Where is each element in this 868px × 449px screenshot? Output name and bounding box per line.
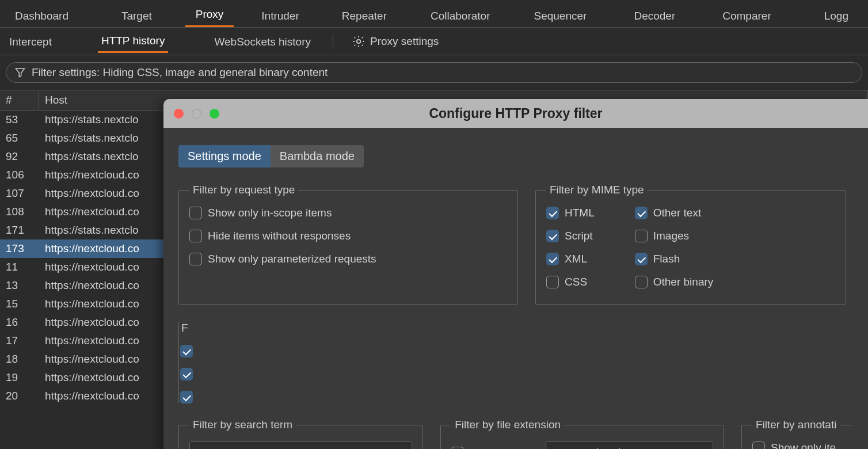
cell-number: 65 xyxy=(0,128,39,148)
chk-clipped-2[interactable] xyxy=(181,368,193,380)
proxy-settings-label: Proxy settings xyxy=(370,35,439,48)
cell-number: 106 xyxy=(0,165,39,185)
tab-repeater[interactable]: Repeater xyxy=(332,4,397,27)
filter-dialog: Configure HTTP Proxy filter Settings mod… xyxy=(163,99,868,449)
checkbox-icon xyxy=(546,207,559,219)
checkbox-icon xyxy=(635,230,648,242)
chk-ext-show-only[interactable]: Show only: xyxy=(451,447,539,450)
checkbox-icon xyxy=(189,230,202,242)
settings-mode-button[interactable]: Settings mode xyxy=(178,145,271,168)
chk-hide-no-response[interactable]: Hide items without responses xyxy=(189,230,507,242)
tab-comparer[interactable]: Comparer xyxy=(712,4,781,27)
group-file-extension: Filter by file extension Show only: Hide… xyxy=(440,418,724,449)
checkbox-icon xyxy=(546,276,559,288)
checkbox-icon xyxy=(635,207,648,219)
group-request-type: Filter by request type Show only in-scop… xyxy=(178,184,518,305)
tab-collaborator[interactable]: Collaborator xyxy=(420,4,501,27)
cell-number: 107 xyxy=(0,184,39,203)
zoom-icon[interactable] xyxy=(210,109,219,119)
divider xyxy=(333,34,333,49)
group-legend: Filter by MIME type xyxy=(546,184,648,196)
chk-label: HTML xyxy=(565,207,595,219)
chk-mime-other-binary[interactable]: Other binary xyxy=(635,276,714,288)
mode-toggle: Settings mode Bambda mode xyxy=(178,145,364,168)
chk-label: Show only: xyxy=(470,447,539,450)
group-legend: Filter by request type xyxy=(189,184,298,196)
tab-dashboard[interactable]: Dashboard xyxy=(5,4,79,27)
chk-mime-other-text[interactable]: Other text xyxy=(635,207,714,219)
cell-number: 15 xyxy=(0,294,39,314)
subtab-http-history[interactable]: HTTP history xyxy=(98,29,169,53)
chk-label: XML xyxy=(565,253,587,265)
chk-label: Show only ite xyxy=(771,442,836,449)
chk-mime-images[interactable]: Images xyxy=(635,230,714,242)
checkbox-icon xyxy=(546,230,559,242)
window-controls xyxy=(174,109,219,119)
chk-label: CSS xyxy=(565,276,587,288)
chk-label: Other binary xyxy=(653,276,714,288)
col-number[interactable]: # xyxy=(0,90,39,110)
gear-icon xyxy=(352,35,366,48)
group-mime-type: Filter by MIME type HTML Script xyxy=(535,184,846,305)
checkbox-icon xyxy=(752,442,765,449)
tab-decoder[interactable]: Decoder xyxy=(623,4,686,27)
chk-label: Other text xyxy=(653,207,701,219)
cell-number: 19 xyxy=(0,368,39,387)
group-legend: Filter by search term xyxy=(189,418,296,431)
chk-clipped-3[interactable] xyxy=(181,391,193,404)
filter-settings-bar[interactable]: Filter settings: Hiding CSS, image and g… xyxy=(6,62,862,83)
checkbox-icon xyxy=(180,345,193,357)
chk-clipped-1[interactable] xyxy=(181,345,193,357)
search-term-input[interactable] xyxy=(189,442,412,449)
group-legend: F xyxy=(181,322,193,334)
chk-ann-items[interactable]: Show only ite xyxy=(752,442,843,449)
chk-mime-html[interactable]: HTML xyxy=(546,207,595,219)
cell-number: 13 xyxy=(0,276,39,295)
close-icon[interactable] xyxy=(174,109,184,119)
tab-intruder[interactable]: Intruder xyxy=(251,4,309,27)
dialog-title: Configure HTTP Proxy filter xyxy=(163,106,868,121)
tab-logger[interactable]: Logg xyxy=(814,4,859,27)
checkbox-icon xyxy=(635,253,648,265)
chk-mime-xml[interactable]: XML xyxy=(546,253,595,265)
funnel-icon xyxy=(14,67,26,78)
chk-label: Show only in-scope items xyxy=(208,207,332,219)
cell-number: 173 xyxy=(0,239,39,258)
group-annotation: Filter by annotati Show only ite Show on… xyxy=(741,418,853,449)
cell-number: 108 xyxy=(0,202,39,222)
checkbox-icon xyxy=(635,276,648,288)
chk-in-scope[interactable]: Show only in-scope items xyxy=(189,207,507,219)
checkbox-icon xyxy=(451,447,464,450)
cell-number: 20 xyxy=(0,386,39,406)
cell-number: 11 xyxy=(0,257,39,277)
chk-label: Flash xyxy=(653,253,680,265)
proxy-settings-link[interactable]: Proxy settings xyxy=(352,35,439,48)
cell-number: 53 xyxy=(0,110,39,130)
minimize-icon[interactable] xyxy=(192,109,201,119)
cell-number: 92 xyxy=(0,147,39,166)
bambda-mode-button[interactable]: Bambda mode xyxy=(271,145,364,168)
cell-number: 17 xyxy=(0,331,39,351)
subtab-intercept[interactable]: Intercept xyxy=(6,31,55,52)
group-legend: Filter by annotati xyxy=(752,418,840,431)
tab-target[interactable]: Target xyxy=(111,4,162,27)
chk-param-only[interactable]: Show only parameterized requests xyxy=(189,253,507,265)
chk-mime-script[interactable]: Script xyxy=(546,230,595,242)
chk-label: Images xyxy=(653,230,689,242)
dialog-titlebar[interactable]: Configure HTTP Proxy filter xyxy=(163,99,868,128)
tab-proxy[interactable]: Proxy xyxy=(185,2,234,27)
chk-label: Hide items without responses xyxy=(208,230,351,242)
subtab-ws-history[interactable]: WebSockets history xyxy=(211,31,314,52)
main-tab-bar: Dashboard Target Proxy Intruder Repeater… xyxy=(0,0,868,28)
chk-mime-flash[interactable]: Flash xyxy=(635,253,714,265)
checkbox-icon xyxy=(189,253,202,265)
cell-number: 18 xyxy=(0,349,39,369)
group-clipped-right: F xyxy=(178,322,193,404)
sub-tab-bar: Intercept HTTP history WebSockets histor… xyxy=(0,28,868,55)
cell-number: 171 xyxy=(0,220,39,240)
chk-mime-css[interactable]: CSS xyxy=(546,276,595,288)
checkbox-icon xyxy=(180,368,193,380)
chk-label: Script xyxy=(565,230,593,242)
tab-sequencer[interactable]: Sequencer xyxy=(524,4,597,27)
ext-show-only-input[interactable] xyxy=(546,442,713,449)
